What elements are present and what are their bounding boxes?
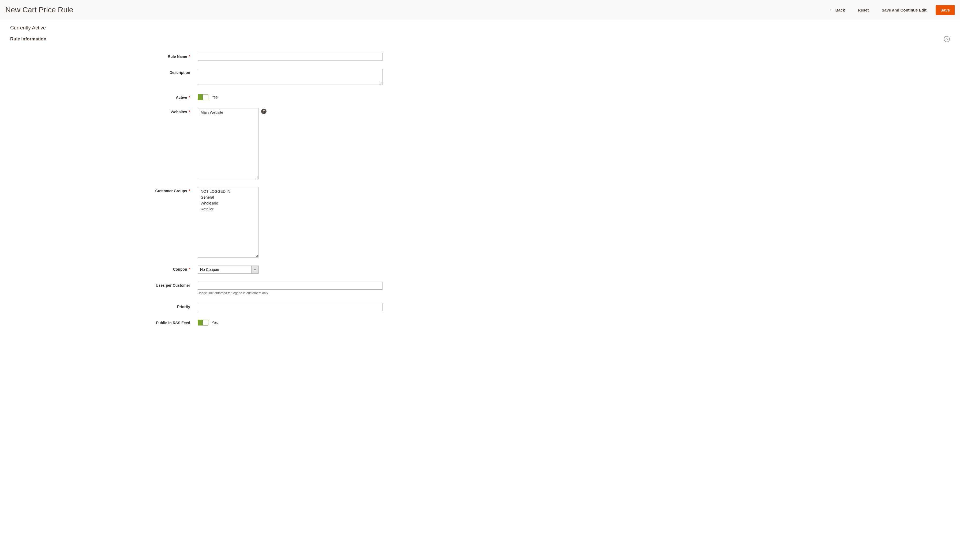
form-container: Rule Name* Description Active* Yes Websi…: [0, 47, 960, 339]
rss-label: Public In RSS Feed: [10, 319, 198, 325]
required-mark: *: [189, 95, 190, 100]
description-label: Description: [10, 69, 198, 75]
rule-name-row: Rule Name*: [10, 53, 950, 61]
save-button[interactable]: Save: [936, 5, 955, 15]
save-continue-button[interactable]: Save and Continue Edit: [878, 5, 930, 15]
rule-name-label: Rule Name*: [10, 53, 198, 59]
section-header[interactable]: Rule Information: [0, 34, 960, 47]
customer-groups-option[interactable]: Retailer: [198, 206, 258, 212]
toggle-knob: [203, 320, 208, 325]
required-mark: *: [189, 189, 190, 193]
reset-button[interactable]: Reset: [854, 5, 873, 15]
priority-input[interactable]: [198, 303, 382, 311]
active-label: Active*: [10, 94, 198, 100]
websites-row: Websites* Main Website ?: [10, 108, 950, 179]
customer-groups-option[interactable]: NOT LOGGED IN: [198, 188, 258, 194]
description-input[interactable]: [198, 69, 382, 85]
active-row: Active* Yes: [10, 94, 950, 100]
websites-label: Websites*: [10, 108, 198, 114]
uses-per-customer-row: Uses per Customer Usage limit enforced f…: [10, 282, 950, 295]
toggle-knob: [203, 94, 208, 100]
arrow-left-icon: ←: [829, 8, 833, 12]
description-row: Description: [10, 69, 950, 86]
rule-name-input[interactable]: [198, 53, 382, 61]
coupon-label: Coupon*: [10, 266, 198, 271]
rss-row: Public In RSS Feed Yes: [10, 319, 950, 325]
help-icon[interactable]: ?: [261, 108, 267, 114]
back-button-label: Back: [835, 8, 845, 12]
required-mark: *: [189, 54, 190, 59]
header-actions: ← Back Reset Save and Continue Edit Save: [825, 5, 955, 15]
customer-groups-row: Customer Groups* NOT LOGGED IN General W…: [10, 187, 950, 257]
chevron-down-icon[interactable]: ▼: [251, 266, 259, 274]
coupon-select[interactable]: [198, 266, 251, 274]
customer-groups-option[interactable]: General: [198, 194, 258, 200]
websites-option[interactable]: Main Website: [198, 110, 258, 115]
rss-toggle[interactable]: [198, 320, 208, 325]
rss-toggle-text: Yes: [211, 321, 218, 325]
uses-per-customer-input[interactable]: [198, 282, 382, 290]
page-header: New Cart Price Rule ← Back Reset Save an…: [0, 0, 960, 20]
page-title: New Cart Price Rule: [5, 6, 74, 14]
back-button[interactable]: ← Back: [825, 5, 849, 15]
coupon-row: Coupon* ▼: [10, 266, 950, 274]
websites-multiselect[interactable]: Main Website: [198, 108, 259, 179]
active-toggle[interactable]: [198, 94, 208, 100]
customer-groups-label: Customer Groups*: [10, 187, 198, 193]
uses-note: Usage limit enforced for logged in custo…: [198, 291, 382, 295]
coupon-select-wrap[interactable]: ▼: [198, 266, 259, 274]
section-title-text: Rule Information: [10, 37, 46, 42]
customer-groups-multiselect[interactable]: NOT LOGGED IN General Wholesale Retailer: [198, 187, 259, 257]
uses-per-customer-label: Uses per Customer: [10, 282, 198, 287]
priority-row: Priority: [10, 303, 950, 311]
collapse-icon[interactable]: [944, 36, 950, 42]
subtitle: Currently Active: [0, 20, 960, 34]
active-toggle-text: Yes: [211, 95, 218, 99]
customer-groups-option[interactable]: Wholesale: [198, 200, 258, 206]
required-mark: *: [189, 110, 190, 114]
priority-label: Priority: [10, 303, 198, 309]
required-mark: *: [189, 267, 190, 271]
